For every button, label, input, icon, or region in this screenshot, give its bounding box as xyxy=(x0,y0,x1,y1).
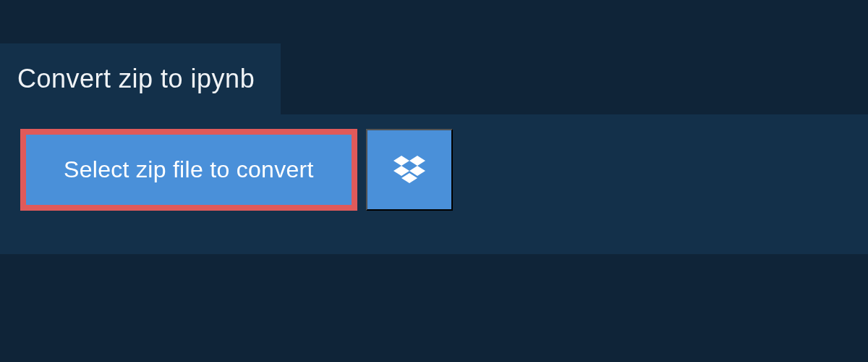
button-row: Select zip file to convert xyxy=(20,129,848,211)
header-tab: Convert zip to ipynb xyxy=(0,43,281,114)
page-title: Convert zip to ipynb xyxy=(17,64,255,94)
dropbox-icon xyxy=(393,156,425,185)
svg-marker-4 xyxy=(401,173,417,183)
select-file-button[interactable]: Select zip file to convert xyxy=(20,129,357,211)
svg-marker-1 xyxy=(409,156,425,166)
upload-panel: Select zip file to convert xyxy=(0,114,868,254)
svg-marker-0 xyxy=(393,156,409,166)
dropbox-button[interactable] xyxy=(366,129,453,211)
svg-marker-3 xyxy=(409,166,425,176)
svg-marker-2 xyxy=(393,166,409,176)
select-file-button-label: Select zip file to convert xyxy=(64,156,314,182)
